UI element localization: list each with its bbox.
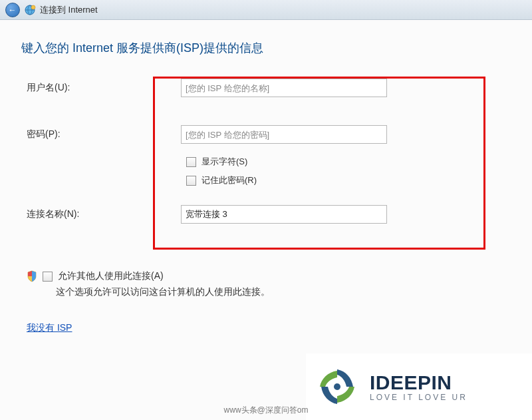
connection-name-label: 连接名称(N): (21, 208, 181, 220)
username-input[interactable] (181, 79, 387, 97)
brand-name: IDEEPIN (370, 371, 467, 394)
allow-others-description: 这个选项允许可以访问这台计算机的人使用此连接。 (56, 286, 513, 298)
show-characters-checkbox[interactable] (186, 157, 196, 167)
source-watermark: www头条@深度问答om (224, 405, 309, 416)
lower-section: 允许其他人使用此连接(A) 这个选项允许可以访问这台计算机的人使用此连接。 我没… (21, 270, 513, 334)
window-title: 连接到 Internet (40, 4, 98, 16)
show-characters-label: 显示字符(S) (201, 156, 247, 168)
ideepin-logo-icon (314, 363, 360, 410)
password-input[interactable] (181, 125, 387, 144)
window-body: 键入您的 Internet 服务提供商(ISP)提供的信息 用户名(U): 密码… (0, 20, 532, 420)
username-label: 用户名(U): (21, 82, 181, 94)
allow-others-label: 允许其他人使用此连接(A) (58, 270, 164, 282)
back-arrow-icon: ← (9, 6, 17, 14)
svg-point-4 (334, 383, 340, 390)
svg-point-3 (31, 5, 35, 9)
remember-password-checkbox[interactable] (186, 176, 196, 186)
brand-watermark: IDEEPIN LOVE IT LOVE UR (306, 353, 532, 420)
no-isp-link[interactable]: 我没有 ISP (27, 322, 72, 334)
allow-others-checkbox[interactable] (43, 272, 53, 282)
form-area: 用户名(U): 密码(P): 显示字符(S) 记住此密码(R) 连接名称(N): (21, 75, 513, 230)
internet-icon (24, 4, 36, 16)
password-label: 密码(P): (21, 128, 181, 140)
page-heading: 键入您的 Internet 服务提供商(ISP)提供的信息 (21, 40, 513, 56)
connection-name-input[interactable] (181, 205, 387, 224)
titlebar: ← 连接到 Internet (0, 0, 532, 20)
brand-subtitle: LOVE IT LOVE UR (370, 393, 467, 402)
remember-password-label: 记住此密码(R) (201, 174, 257, 186)
back-button[interactable]: ← (5, 3, 20, 17)
shield-icon (27, 270, 37, 282)
